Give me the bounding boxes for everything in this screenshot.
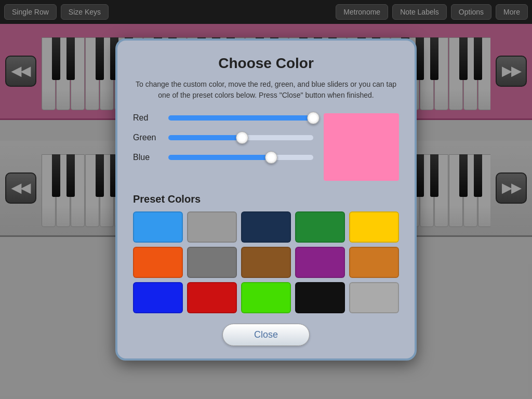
sliders-section: Red Green Blue (133, 113, 399, 181)
preset-color-black[interactable] (295, 282, 345, 313)
green-slider[interactable] (168, 135, 313, 140)
blue-slider-row: Blue (133, 153, 313, 162)
preset-color-orange[interactable] (133, 247, 183, 278)
red-slider-thumb[interactable] (307, 112, 320, 124)
modal-title: Choose Color (133, 55, 399, 72)
red-slider-row: Red (133, 113, 313, 123)
preset-color-medium-gray[interactable] (187, 247, 237, 278)
preset-colors-grid (133, 211, 399, 313)
preset-color-dark-orange[interactable] (349, 247, 399, 278)
blue-label: Blue (133, 153, 160, 162)
preset-color-purple[interactable] (295, 247, 345, 278)
preset-colors-section: Preset Colors (133, 193, 399, 313)
preset-color-lime-green[interactable] (241, 282, 291, 313)
preset-color-red[interactable] (187, 282, 237, 313)
preset-color-light-gray[interactable] (349, 282, 399, 313)
preset-color-dark-navy[interactable] (241, 211, 291, 243)
preset-color-green[interactable] (295, 211, 345, 243)
preset-color-bright-blue[interactable] (133, 282, 183, 313)
blue-slider[interactable] (168, 155, 313, 160)
preset-color-brown[interactable] (241, 247, 291, 278)
modal-overlay: Choose Color To change the custom color,… (0, 0, 532, 399)
red-label: Red (133, 113, 160, 123)
green-slider-row: Green (133, 133, 313, 142)
red-slider[interactable] (168, 115, 313, 121)
color-picker-modal: Choose Color To change the custom color,… (115, 38, 417, 361)
preset-colors-title: Preset Colors (133, 193, 399, 205)
blue-slider-thumb[interactable] (265, 151, 277, 164)
green-slider-thumb[interactable] (236, 131, 248, 144)
preset-color-gray[interactable] (187, 211, 237, 243)
preset-color-blue[interactable] (133, 211, 183, 243)
modal-description: To change the custom color, move the red… (133, 79, 399, 101)
sliders-container: Red Green Blue (133, 113, 313, 162)
close-button[interactable]: Close (222, 324, 310, 346)
preset-color-yellow[interactable] (349, 211, 399, 243)
green-label: Green (133, 133, 160, 142)
close-button-container: Close (133, 324, 399, 346)
color-preview (324, 113, 399, 181)
